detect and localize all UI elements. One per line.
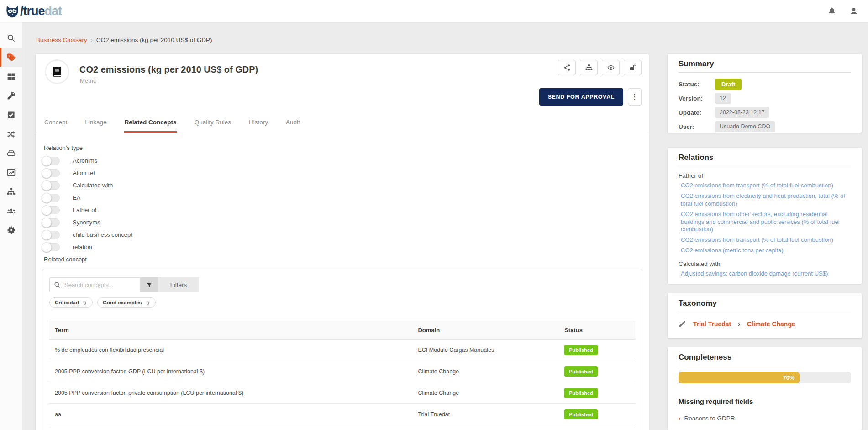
- toggle-knob: [42, 180, 52, 191]
- toggle-row: Father of: [42, 204, 649, 216]
- toggle-row: Atom rel: [42, 167, 649, 179]
- concept-actions: [558, 60, 642, 75]
- missing-fields-title: Missing required fields: [679, 398, 851, 409]
- tab-audit[interactable]: Audit: [285, 114, 300, 133]
- top-bar: /truedat: [0, 0, 868, 22]
- table-row[interactable]: % de empleados con flexibilidad presenci…: [49, 340, 635, 361]
- toggle-synonyms[interactable]: [42, 218, 60, 227]
- trash-icon[interactable]: [145, 300, 150, 305]
- toggle-calculated-with[interactable]: [42, 181, 60, 190]
- unlock-icon: [629, 64, 637, 71]
- column-term: Term: [49, 321, 412, 340]
- toggle-knob: [42, 242, 52, 252]
- version-value: 12: [715, 93, 731, 104]
- related-concepts-table: Term Domain Status % de empleados con fl…: [49, 321, 635, 425]
- lineage-button[interactable]: [580, 60, 598, 75]
- chip-good-examples[interactable]: Good examples: [97, 297, 156, 308]
- sidebar-item-modules[interactable]: [0, 67, 22, 86]
- kebab-icon: ⋮: [631, 93, 638, 101]
- sidebar-item-settings[interactable]: [0, 220, 22, 239]
- cell-domain: ECI Modulo Cargas Manuales: [412, 340, 559, 361]
- status-badge: Published: [564, 409, 598, 419]
- chip-criticidad[interactable]: Criticidad: [49, 297, 93, 308]
- sidebar-item-relations[interactable]: [0, 124, 22, 143]
- sidebar-item-groups[interactable]: [0, 201, 22, 220]
- sidebar-item-search[interactable]: [0, 28, 22, 48]
- tab-concept[interactable]: Concept: [44, 114, 68, 133]
- bell-icon[interactable]: [828, 7, 836, 15]
- related-concepts-panel: Relation's type Acronims Atom rel Calcul…: [36, 132, 649, 430]
- chip-label: Criticidad: [55, 300, 79, 305]
- relation-link[interactable]: CO2 emissions from other sectors, exclud…: [681, 211, 851, 234]
- toggle-ea[interactable]: [42, 194, 60, 202]
- truedat-logo[interactable]: /truedat: [5, 4, 62, 18]
- relations-title: Relations: [679, 153, 851, 166]
- glossary-tags-icon: [7, 53, 16, 62]
- taxonomy-domain-link[interactable]: Climate Change: [747, 320, 795, 328]
- toggle-knob: [42, 230, 52, 240]
- sidebar-item-quality[interactable]: [0, 105, 22, 124]
- cell-term: aa: [49, 404, 412, 425]
- more-options-button[interactable]: ⋮: [628, 88, 642, 106]
- update-label: Update:: [679, 109, 715, 116]
- funnel-icon: [146, 282, 153, 288]
- table-row[interactable]: 2005 PPP conversion factor, private cons…: [49, 382, 635, 404]
- sidebar-item-glossary[interactable]: [0, 48, 22, 67]
- relation-link[interactable]: CO2 emissions from transport (% of total…: [681, 182, 851, 190]
- tab-quality-rules[interactable]: Quality Rules: [194, 114, 231, 133]
- missing-field-item[interactable]: › Reasons to GDPR: [679, 415, 851, 422]
- watch-button[interactable]: [602, 60, 620, 75]
- status-label: Status:: [679, 81, 715, 88]
- toggle-relation[interactable]: [42, 243, 60, 251]
- user-icon[interactable]: [850, 7, 858, 15]
- summary-version-row: Version: 12: [679, 91, 851, 105]
- sidebar-item-lineage[interactable]: [0, 182, 22, 201]
- relation-link[interactable]: CO2 emissions from electricity and heat …: [681, 192, 851, 208]
- search-icon: [7, 34, 16, 42]
- tab-linkage[interactable]: Linkage: [84, 114, 107, 133]
- lineage-sitemap-icon: [7, 187, 16, 196]
- toggle-row: Synonyms: [42, 216, 649, 228]
- search-icon: [54, 281, 61, 288]
- breadcrumb-separator: ›: [91, 37, 93, 43]
- filter-funnel-button[interactable]: [141, 277, 158, 292]
- owl-logo-icon: [5, 5, 19, 18]
- toggle-label: EA: [73, 194, 80, 201]
- share-button[interactable]: [558, 60, 576, 75]
- toggle-father-of[interactable]: [42, 206, 60, 214]
- relation-link[interactable]: CO2 emissions from transport (% of total…: [681, 236, 851, 244]
- missing-field-label: Reasons to GDPR: [684, 415, 735, 422]
- logo-text: /truedat: [20, 4, 62, 18]
- relation-link[interactable]: Adjusted savings: carbon dioxide damage …: [681, 270, 851, 278]
- breadcrumb-glossary-link[interactable]: Business Glossary: [36, 37, 87, 43]
- trash-icon[interactable]: [82, 300, 87, 305]
- search-concepts-input[interactable]: [49, 277, 141, 292]
- search-row: Filters: [49, 277, 635, 292]
- lock-button[interactable]: [624, 60, 642, 75]
- toggle-acronims[interactable]: [42, 157, 60, 165]
- send-for-approval-button[interactable]: SEND FOR APPROVAL: [539, 88, 623, 106]
- sidebar-item-data-sources[interactable]: [0, 143, 22, 163]
- pencil-icon[interactable]: [679, 320, 686, 328]
- toggle-knob: [42, 168, 52, 178]
- concept-card: CO2 emissions (kg per 2010 US$ of GDP) M…: [36, 54, 649, 430]
- sidebar-item-permissions[interactable]: [0, 86, 22, 105]
- toggle-atom-rel[interactable]: [42, 169, 60, 177]
- taxonomy-panel: Taxonomy Trial Truedat › Climate Change: [668, 293, 862, 338]
- relation-type-toggles: Acronims Atom rel Calculated with EA Fat…: [42, 154, 649, 253]
- tab-related-concepts[interactable]: Related Concepts: [124, 114, 177, 133]
- shuffle-icon: [7, 130, 16, 138]
- filters-button[interactable]: Filters: [158, 277, 199, 292]
- table-row[interactable]: aa Trial Truedat Published: [49, 404, 635, 425]
- users-icon: [7, 207, 16, 215]
- relation-link[interactable]: CO2 emissions (metric tons per capita): [681, 247, 851, 255]
- table-row[interactable]: 2005 PPP conversion factor, GDP (LCU per…: [49, 361, 635, 382]
- tab-history[interactable]: History: [248, 114, 268, 133]
- cell-domain: Climate Change: [412, 382, 559, 404]
- toggle-child-business-concept[interactable]: [42, 231, 60, 239]
- sidebar-item-charts[interactable]: [0, 163, 22, 182]
- toggle-label: Calculated with: [73, 182, 113, 189]
- toggle-label: Synonyms: [73, 219, 100, 226]
- taxonomy-domain-link[interactable]: Trial Truedat: [693, 320, 731, 328]
- summary-status-row: Status: Draft: [679, 77, 851, 91]
